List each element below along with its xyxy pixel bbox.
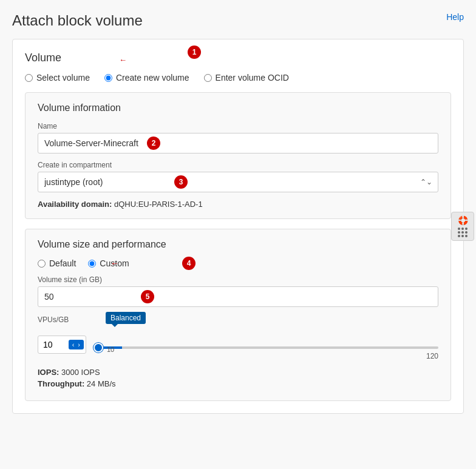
radio-label-ocid: Enter volume OCID xyxy=(216,73,289,83)
vpus-label: VPUs/GB xyxy=(38,315,438,324)
volume-size-title: Volume size and performance xyxy=(38,239,438,250)
help-link[interactable]: Help xyxy=(446,12,464,22)
step-badge-1: 1 xyxy=(188,46,201,59)
step-badge-4: 4 xyxy=(182,257,195,270)
throughput-row: Throughput: 24 MB/s xyxy=(38,379,438,388)
step-badge-3: 3 xyxy=(174,175,188,189)
volume-size-input[interactable]: 50 xyxy=(38,286,438,307)
volume-options: Select volume Create new volume Enter vo… xyxy=(25,73,451,83)
radio-create-volume[interactable]: Create new volume xyxy=(104,73,189,83)
name-input[interactable]: Volume-Server-Minecraft xyxy=(38,133,438,154)
support-widget[interactable]: 🛟 xyxy=(451,212,474,241)
radio-label-custom: Custom xyxy=(100,258,129,268)
max-value: 120 xyxy=(426,352,438,360)
radio-label-create: Create new volume xyxy=(116,73,189,83)
radio-default[interactable]: Default xyxy=(38,258,76,268)
stepper-left-arrow[interactable]: ‹ xyxy=(72,341,75,348)
volume-info-section: Volume information Name Volume-Server-Mi… xyxy=(25,92,451,219)
radio-input-default[interactable] xyxy=(38,260,46,268)
radio-ocid[interactable]: Enter volume OCID xyxy=(204,73,289,83)
radio-select-volume[interactable]: Select volume xyxy=(25,73,90,83)
volume-section-title: Volume xyxy=(25,52,451,64)
step-badge-5: 5 xyxy=(141,290,154,303)
radio-input-custom[interactable] xyxy=(88,260,96,268)
step-badge-2: 2 xyxy=(147,137,160,150)
volume-info-title: Volume information xyxy=(38,103,438,113)
page-title: Attach block volume xyxy=(12,12,143,29)
radio-input-create[interactable] xyxy=(104,74,112,82)
balanced-tooltip: Balanced xyxy=(106,312,146,324)
volume-size-section: Volume size and performance Default Cust… xyxy=(25,229,451,401)
availability-info: Availability domain: dQHU:EU-PARIS-1-AD-… xyxy=(38,200,438,209)
radio-label-default: Default xyxy=(49,258,76,268)
radio-input-ocid[interactable] xyxy=(204,74,212,82)
volume-size-label: Volume size (in GB) xyxy=(38,275,438,284)
compartment-label: Create in compartment xyxy=(38,161,438,169)
vpus-slider[interactable] xyxy=(93,346,438,349)
tooltip-label: Balanced xyxy=(110,314,141,322)
radio-label-select: Select volume xyxy=(36,73,90,83)
support-icon: 🛟 xyxy=(458,215,468,225)
stepper-right-arrow[interactable]: › xyxy=(78,341,80,348)
radio-custom[interactable]: Custom xyxy=(88,258,129,268)
compartment-select[interactable]: justintype (root) xyxy=(38,172,438,192)
iops-info: IOPS: 3000 IOPS Throughput: 24 MB/s xyxy=(38,368,438,388)
slider-value-label: 10 xyxy=(107,346,114,353)
slider-max-label: 120 xyxy=(93,352,438,360)
radio-input-select[interactable] xyxy=(25,74,33,82)
name-label: Name xyxy=(38,122,438,130)
iops-row: IOPS: 3000 IOPS xyxy=(38,368,438,377)
dots-grid xyxy=(458,228,467,237)
stepper-controls[interactable]: ‹ › xyxy=(69,340,84,349)
